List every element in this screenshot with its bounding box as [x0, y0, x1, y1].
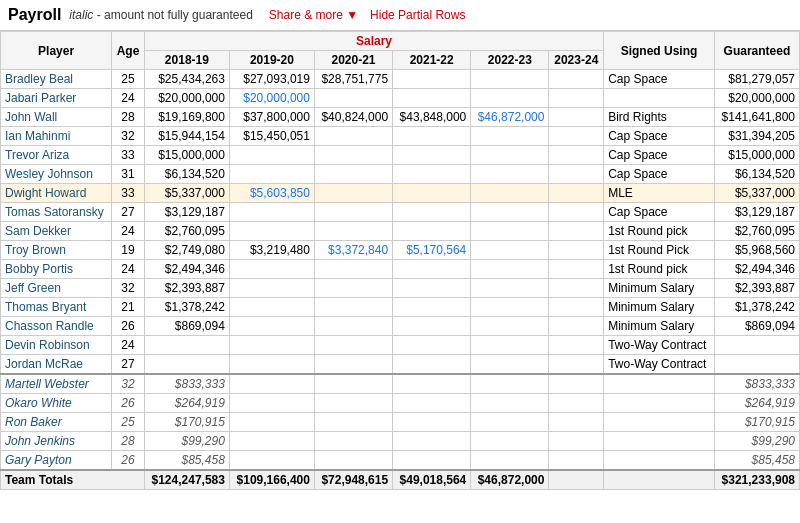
- guaranteed: $31,394,205: [714, 127, 799, 146]
- salary-2020: [314, 146, 392, 165]
- signed-using: Cap Space: [604, 70, 715, 89]
- player-name[interactable]: Thomas Bryant: [1, 298, 112, 317]
- salary-2020: [314, 89, 392, 108]
- salary-2023: [549, 203, 604, 222]
- player-name[interactable]: John Jenkins: [1, 432, 112, 451]
- salary-2020: [314, 355, 392, 375]
- salary-2023: [549, 432, 604, 451]
- salary-2018: $264,919: [144, 394, 229, 413]
- salary-2022: [471, 222, 549, 241]
- player-name[interactable]: Devin Robinson: [1, 336, 112, 355]
- player-name[interactable]: Tomas Satoransky: [1, 203, 112, 222]
- salary-2018: [144, 336, 229, 355]
- salary-2022: [471, 260, 549, 279]
- salary-2023: [549, 108, 604, 127]
- signed-using-col-header: Signed Using: [604, 32, 715, 70]
- guaranteed: $5,337,000: [714, 184, 799, 203]
- player-name[interactable]: Troy Brown: [1, 241, 112, 260]
- salary-2021: [393, 336, 471, 355]
- salary-2023: [549, 260, 604, 279]
- salary-2022: [471, 451, 549, 471]
- salary-2021: [393, 165, 471, 184]
- salary-2021: [393, 432, 471, 451]
- player-name[interactable]: Gary Payton: [1, 451, 112, 471]
- totals-label: Team Totals: [1, 470, 145, 490]
- player-name[interactable]: Ian Mahinmi: [1, 127, 112, 146]
- signed-using: [604, 89, 715, 108]
- team-totals-row: Team Totals $124,247,583 $109,166,400 $7…: [1, 470, 800, 490]
- salary-2020: [314, 451, 392, 471]
- salary-2023: [549, 89, 604, 108]
- salary-2020: [314, 260, 392, 279]
- player-name[interactable]: Bradley Beal: [1, 70, 112, 89]
- salary-2018: $15,944,154: [144, 127, 229, 146]
- signed-using: Cap Space: [604, 165, 715, 184]
- salary-2022: [471, 374, 549, 394]
- player-name[interactable]: Chasson Randle: [1, 317, 112, 336]
- salary-2021: [393, 317, 471, 336]
- salary-2023: [549, 374, 604, 394]
- salary-2018: $25,434,263: [144, 70, 229, 89]
- player-age: 26: [112, 451, 145, 471]
- player-name[interactable]: Ron Baker: [1, 413, 112, 432]
- totals-2018: $124,247,583: [144, 470, 229, 490]
- salary-2020: [314, 317, 392, 336]
- age-col-header: Age: [112, 32, 145, 70]
- guaranteed: $5,968,560: [714, 241, 799, 260]
- guaranteed: $6,134,520: [714, 165, 799, 184]
- salary-2018: $170,915: [144, 413, 229, 432]
- signed-using: Two-Way Contract: [604, 355, 715, 375]
- player-name[interactable]: Wesley Johnson: [1, 165, 112, 184]
- player-name[interactable]: Okaro White: [1, 394, 112, 413]
- salary-2019: [229, 298, 314, 317]
- italic-note: italic - amount not fully guaranteed: [69, 8, 252, 22]
- page-header: Payroll italic - amount not fully guaran…: [0, 0, 800, 31]
- guaranteed: $15,000,000: [714, 146, 799, 165]
- salary-2021: [393, 394, 471, 413]
- salary-2022: [471, 146, 549, 165]
- salary-2020: [314, 165, 392, 184]
- salary-2020: [314, 203, 392, 222]
- salary-2018: $5,337,000: [144, 184, 229, 203]
- salary-2019: $27,093,019: [229, 70, 314, 89]
- salary-2018: $2,494,346: [144, 260, 229, 279]
- salary-2023: [549, 394, 604, 413]
- salary-2023: [549, 146, 604, 165]
- player-name[interactable]: Jabari Parker: [1, 89, 112, 108]
- salary-2023: [549, 317, 604, 336]
- table-row: Devin Robinson 24 Two-Way Contract: [1, 336, 800, 355]
- signed-using: Minimum Salary: [604, 317, 715, 336]
- signed-using: Minimum Salary: [604, 279, 715, 298]
- totals-guaranteed: $321,233,908: [714, 470, 799, 490]
- share-more-button[interactable]: Share & more ▼: [269, 8, 358, 22]
- signed-using: [604, 432, 715, 451]
- salary-2021: [393, 355, 471, 375]
- player-age: 24: [112, 336, 145, 355]
- salary-2020: [314, 127, 392, 146]
- player-name[interactable]: John Wall: [1, 108, 112, 127]
- player-name[interactable]: Bobby Portis: [1, 260, 112, 279]
- player-name[interactable]: Sam Dekker: [1, 222, 112, 241]
- table-row: Thomas Bryant 21 $1,378,242 Minimum Sala…: [1, 298, 800, 317]
- guaranteed: $141,641,800: [714, 108, 799, 127]
- salary-2022: [471, 336, 549, 355]
- guaranteed: $81,279,057: [714, 70, 799, 89]
- hide-partial-button[interactable]: Hide Partial Rows: [370, 8, 465, 22]
- salary-2018: $19,169,800: [144, 108, 229, 127]
- player-name[interactable]: Jeff Green: [1, 279, 112, 298]
- salary-2022: [471, 298, 549, 317]
- player-age: 27: [112, 203, 145, 222]
- salary-2023: [549, 298, 604, 317]
- signed-using: Bird Rights: [604, 108, 715, 127]
- guaranteed: $1,378,242: [714, 298, 799, 317]
- salary-2023: [549, 241, 604, 260]
- player-name[interactable]: Martell Webster: [1, 374, 112, 394]
- player-name[interactable]: Trevor Ariza: [1, 146, 112, 165]
- signed-using: Minimum Salary: [604, 298, 715, 317]
- player-name[interactable]: Dwight Howard: [1, 184, 112, 203]
- payroll-table: Player Age Salary Signed Using Guarantee…: [0, 31, 800, 490]
- table-row: Sam Dekker 24 $2,760,095 1st Round pick …: [1, 222, 800, 241]
- player-name[interactable]: Jordan McRae: [1, 355, 112, 375]
- salary-2023: [549, 184, 604, 203]
- salary-2023: [549, 127, 604, 146]
